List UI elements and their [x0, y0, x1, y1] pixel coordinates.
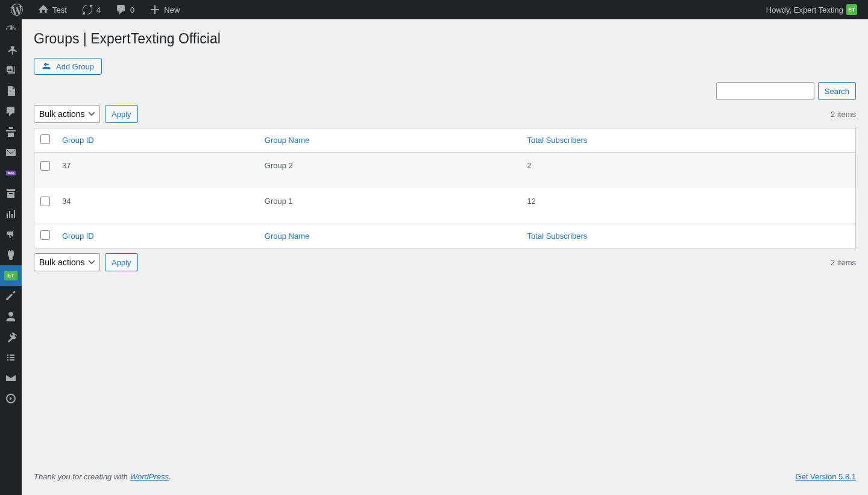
footer-total-subscribers[interactable]: Total Subscribers: [521, 224, 856, 248]
envelope-icon: [5, 372, 17, 384]
sidebar-item-products[interactable]: [0, 183, 22, 204]
groups-table: Group ID Group Name Total Subscribers 37…: [34, 128, 856, 248]
plus-icon: [149, 4, 161, 16]
main-content: Groups | ExpertTexting Official Add Grou…: [22, 19, 868, 461]
updates-count: 4: [96, 5, 101, 14]
admin-bar-right: Howdy, Expert Texting ET: [761, 0, 862, 19]
admin-bar: Test 4 0 New Howdy, Expert Texting ET: [0, 0, 868, 19]
new-link[interactable]: New: [144, 0, 184, 19]
footer-group-id[interactable]: Group ID: [56, 224, 259, 248]
search-button[interactable]: Search: [818, 82, 856, 100]
header-group-name[interactable]: Group Name: [259, 128, 521, 153]
sidebar-item-comments[interactable]: [0, 101, 22, 122]
sidebar-item-appearance[interactable]: [0, 286, 22, 306]
select-all-top[interactable]: [40, 134, 50, 144]
sidebar-item-media[interactable]: [0, 60, 22, 81]
items-count-bottom: 2 items: [831, 258, 856, 267]
sidebar-item-collapse[interactable]: [0, 388, 22, 409]
sidebar-item-experttexting[interactable]: ET: [0, 265, 22, 286]
howdy-link[interactable]: Howdy, Expert Texting ET: [761, 0, 862, 19]
table-row: 37 Group 2 2: [34, 153, 856, 189]
dashboard-icon: [5, 24, 17, 36]
cell-group-name: Group 2: [259, 153, 521, 189]
collapse-icon: [5, 393, 17, 405]
footer-group-name[interactable]: Group Name: [259, 224, 521, 248]
sidebar-item-pages[interactable]: [0, 81, 22, 101]
comments-icon: [115, 4, 127, 16]
woo-icon: Woo: [5, 167, 17, 179]
wordpress-icon: [11, 4, 23, 16]
search-input[interactable]: [716, 82, 814, 100]
cell-subscribers: 2: [521, 153, 856, 189]
sidebar-item-woocommerce[interactable]: Woo: [0, 163, 22, 183]
sidebar-item-mail2[interactable]: [0, 368, 22, 388]
home-icon: [37, 4, 49, 16]
cell-group-name: Group 1: [259, 188, 521, 224]
chart-icon: [5, 208, 17, 220]
svg-text:Woo: Woo: [8, 171, 14, 175]
table-row: 34 Group 1 12: [34, 188, 856, 224]
search-row: Search: [34, 82, 856, 100]
add-group-label: Add Group: [56, 62, 94, 71]
bulk-actions-bottom: Bulk actions Apply: [34, 253, 138, 271]
bulk-select-top[interactable]: Bulk actions: [34, 105, 100, 123]
header-group-id[interactable]: Group ID: [56, 128, 259, 153]
footer-thankyou: Thank you for creating with WordPress.: [34, 472, 171, 481]
cell-subscribers: 12: [521, 188, 856, 224]
mail-icon: [5, 147, 17, 159]
wordpress-link[interactable]: WordPress: [130, 472, 169, 481]
user-icon: [5, 311, 17, 323]
users-icon: [42, 61, 51, 71]
page-title: Groups | ExpertTexting Official: [34, 31, 856, 47]
header-total-subscribers[interactable]: Total Subscribers: [521, 128, 856, 153]
sidebar-item-plugins[interactable]: [0, 245, 22, 265]
apply-button-bottom[interactable]: Apply: [105, 253, 138, 271]
wrench-icon: [5, 331, 17, 343]
admin-footer: Thank you for creating with WordPress. G…: [22, 461, 868, 492]
tablenav-top: Bulk actions Apply 2 items: [34, 105, 856, 123]
tablenav-bottom: Bulk actions Apply 2 items: [34, 253, 856, 271]
add-group-button[interactable]: Add Group: [34, 58, 102, 75]
row-checkbox[interactable]: [40, 197, 50, 206]
row-checkbox[interactable]: [40, 161, 50, 171]
howdy-text: Howdy, Expert Texting: [766, 5, 843, 14]
cell-group-id: 34: [56, 188, 259, 224]
updates-link[interactable]: 4: [77, 0, 105, 19]
select-all-bottom[interactable]: [40, 230, 50, 240]
plugin-icon: [5, 249, 17, 261]
admin-bar-left: Test 4 0 New: [6, 0, 184, 19]
site-name-link[interactable]: Test: [33, 0, 72, 19]
sidebar-item-mail[interactable]: [0, 142, 22, 163]
sidebar-item-marketing[interactable]: [0, 224, 22, 245]
new-label: New: [164, 5, 180, 14]
sidebar-item-analytics[interactable]: [0, 204, 22, 224]
items-count-top: 2 items: [831, 110, 856, 119]
pages-icon: [5, 85, 17, 97]
comments-count: 0: [130, 5, 134, 14]
bulk-actions-top: Bulk actions Apply: [34, 105, 138, 123]
template-icon: [5, 126, 17, 138]
update-icon: [81, 4, 93, 16]
cell-group-id: 37: [56, 153, 259, 189]
version-link[interactable]: Get Version 5.8.1: [796, 472, 856, 481]
sidebar-item-dashboard[interactable]: [0, 19, 22, 40]
archive-icon: [5, 188, 17, 200]
et-badge-icon: ET: [4, 271, 17, 280]
wordpress-logo[interactable]: [6, 0, 28, 19]
site-name-label: Test: [52, 5, 67, 14]
settings-icon: [5, 352, 17, 364]
sidebar-item-settings[interactable]: [0, 347, 22, 368]
sidebar-item-posts[interactable]: [0, 40, 22, 60]
sidebar-item-tools[interactable]: [0, 327, 22, 347]
admin-sidebar: Woo ET: [0, 19, 22, 492]
sidebar-item-templates[interactable]: [0, 122, 22, 142]
brush-icon: [5, 290, 17, 302]
comments-link[interactable]: 0: [110, 0, 139, 19]
sidebar-item-users[interactable]: [0, 306, 22, 327]
comment-icon: [5, 106, 17, 118]
pin-icon: [5, 44, 17, 56]
user-avatar: ET: [846, 4, 857, 15]
bulk-select-bottom[interactable]: Bulk actions: [34, 253, 100, 271]
megaphone-icon: [5, 229, 17, 241]
apply-button-top[interactable]: Apply: [105, 105, 138, 123]
